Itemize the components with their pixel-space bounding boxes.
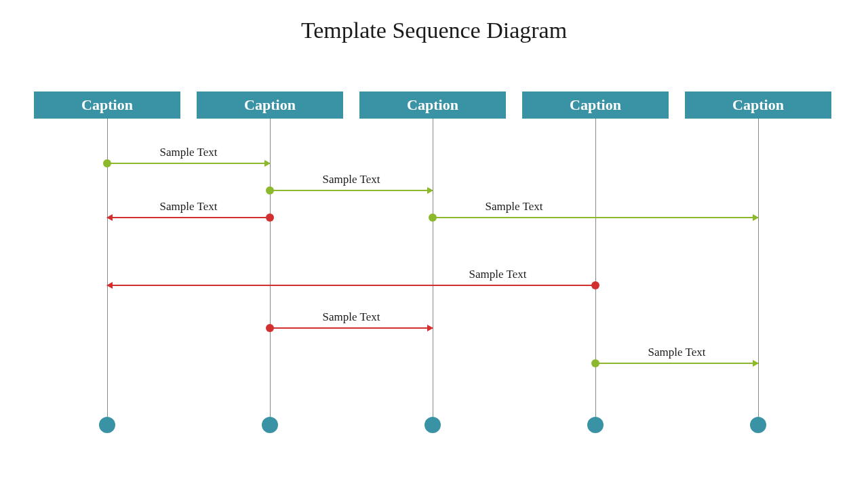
message-label: Sample Text <box>323 310 380 324</box>
message-6: Sample Text <box>595 363 758 363</box>
message-label: Sample Text <box>648 346 706 359</box>
message-origin-dot <box>266 186 274 195</box>
message-origin-dot <box>591 359 599 367</box>
message-2: Sample Text <box>107 217 270 218</box>
message-0: Sample Text <box>107 163 270 163</box>
message-label: Sample Text <box>160 146 218 159</box>
arrow-right-icon <box>753 360 759 367</box>
arrow-left-icon <box>106 214 113 221</box>
message-origin-dot <box>266 324 274 332</box>
sequence-diagram: Caption Caption Caption Caption Caption … <box>0 0 868 488</box>
arrow-right-icon <box>427 325 433 331</box>
message-4: Sample Text <box>107 285 595 285</box>
lane-header-3: Caption <box>522 92 669 119</box>
message-1: Sample Text <box>270 190 433 190</box>
lifeline-3 <box>595 119 596 424</box>
lane-header-0: Caption <box>34 92 180 119</box>
lifeline-end-2 <box>425 417 441 433</box>
lifeline-end-3 <box>587 417 604 433</box>
arrow-right-icon <box>753 214 759 221</box>
message-label: Sample Text <box>469 268 527 281</box>
message-3: Sample Text <box>433 217 758 218</box>
message-line <box>433 217 758 218</box>
message-line <box>595 363 758 364</box>
arrow-right-icon <box>427 187 433 194</box>
lifeline-4 <box>758 119 759 424</box>
message-label: Sample Text <box>160 200 218 214</box>
lane-header-4: Caption <box>685 92 831 119</box>
lifeline-2 <box>433 119 433 424</box>
message-line <box>270 327 433 329</box>
message-line <box>107 285 595 286</box>
lifeline-end-1 <box>262 417 278 433</box>
message-label: Sample Text <box>486 200 543 214</box>
lifeline-end-0 <box>99 417 115 433</box>
message-origin-dot <box>103 159 111 167</box>
lane-header-1: Caption <box>197 92 343 119</box>
message-origin-dot <box>266 214 274 222</box>
message-line <box>270 190 433 191</box>
lane-header-2: Caption <box>359 92 506 119</box>
message-5: Sample Text <box>270 327 433 328</box>
arrow-right-icon <box>264 160 271 167</box>
message-label: Sample Text <box>323 173 380 186</box>
message-line <box>107 217 270 218</box>
message-origin-dot <box>429 214 437 222</box>
arrow-left-icon <box>106 282 113 289</box>
message-line <box>107 163 270 164</box>
lifeline-end-4 <box>750 417 766 433</box>
message-origin-dot <box>591 281 599 289</box>
